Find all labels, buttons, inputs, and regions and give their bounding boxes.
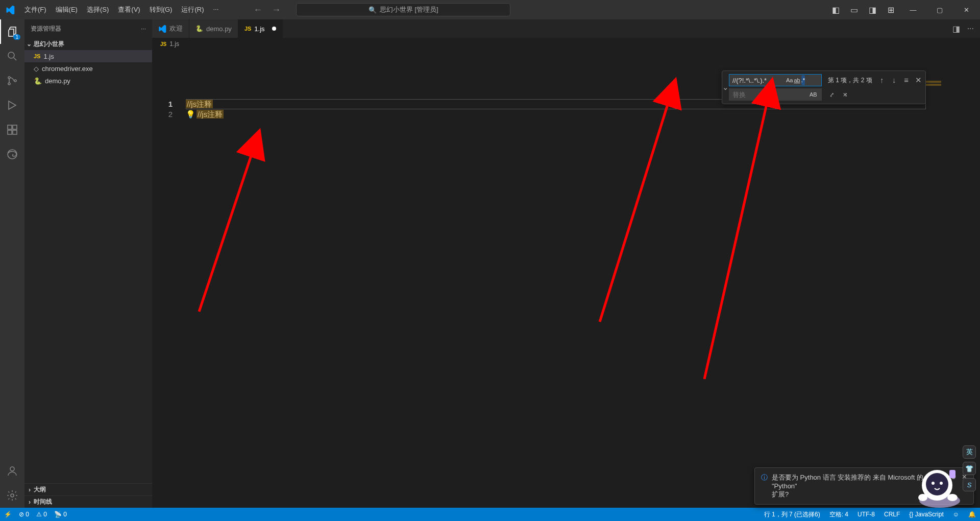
tab-1-js[interactable]: JS 1.js — [238, 19, 283, 38]
sidebar-title: 资源管理器 — [31, 25, 61, 33]
replace-all-button[interactable]: ⤨ — [839, 89, 850, 100]
layout-secondary-icon[interactable]: ◨ — [865, 3, 880, 17]
line-gutter: 1 2 — [152, 99, 183, 120]
remote-indicator[interactable]: ⚡ — [4, 511, 12, 518]
svg-point-9 — [10, 467, 14, 471]
file-label: demo.py — [45, 77, 70, 85]
menu-more[interactable]: ··· — [209, 2, 223, 17]
split-editor-icon[interactable]: ◨ — [952, 24, 960, 34]
svg-point-10 — [11, 494, 14, 497]
menu-select[interactable]: 选择(S) — [83, 2, 113, 17]
edge-icon[interactable] — [0, 142, 24, 167]
tab-bar: 欢迎 🐍 demo.py JS 1.js ◨ ··· — [152, 19, 980, 38]
breadcrumb[interactable]: JS 1.js — [152, 38, 980, 50]
editor-actions: ◨ ··· — [946, 19, 980, 38]
svg-point-2 — [8, 83, 10, 85]
nav-back-icon[interactable]: ← — [253, 5, 262, 15]
svg-point-13 — [926, 473, 948, 495]
astronaut-icon — [912, 461, 968, 512]
info-icon: ⓘ — [761, 473, 768, 482]
menu-file[interactable]: 文件(F) — [20, 2, 51, 17]
svg-rect-7 — [13, 125, 17, 129]
search-icon: 🔍 — [369, 6, 377, 14]
use-regex-button[interactable]: .* — [801, 75, 805, 85]
tab-welcome[interactable]: 欢迎 — [152, 19, 189, 38]
sidebar-more-icon[interactable]: ··· — [141, 25, 146, 32]
status-eol[interactable]: CRLF — [884, 510, 900, 519]
minimap[interactable] — [926, 81, 972, 101]
search-activity-icon[interactable] — [0, 44, 24, 68]
js-icon: JS — [244, 26, 251, 32]
ime-indicator[interactable]: 英 — [963, 445, 976, 459]
svg-point-1 — [8, 77, 10, 79]
menu-bar: 文件(F) 编辑(E) 选择(S) 查看(V) 转到(G) 运行(R) ··· — [20, 2, 223, 17]
status-warnings[interactable]: ⚠ 0 — [36, 511, 47, 518]
python-icon: 🐍 — [195, 25, 203, 32]
status-encoding[interactable]: UTF-8 — [857, 510, 875, 519]
match-word-button[interactable]: ab — [794, 75, 800, 85]
command-center[interactable]: 🔍 思幻小世界 [管理员] — [296, 3, 510, 16]
tab-demo-py[interactable]: 🐍 demo.py — [189, 19, 238, 38]
svg-point-17 — [918, 494, 927, 501]
lightbulb-icon[interactable]: 💡 — [186, 110, 195, 119]
find-prev-icon[interactable]: ↑ — [876, 76, 888, 85]
sidebar-header: 资源管理器 ··· — [24, 19, 152, 38]
timeline-section[interactable]: 时间线 — [24, 495, 152, 508]
replace-input[interactable] — [729, 88, 822, 101]
file-label: chromedriver.exe — [42, 65, 93, 73]
find-input[interactable] — [729, 74, 822, 86]
replace-one-button[interactable]: ⤤ — [826, 89, 837, 100]
status-indent[interactable]: 空格: 4 — [829, 510, 848, 519]
py-file-icon: 🐍 — [34, 77, 42, 85]
preserve-case-button[interactable]: AB — [810, 89, 817, 100]
explorer-icon[interactable]: 1 — [0, 19, 24, 44]
nav-forward-icon[interactable]: → — [272, 5, 281, 15]
assistant-avatar[interactable]: 英 👕 S — [912, 445, 978, 512]
svg-point-16 — [947, 494, 958, 501]
window-maximize-button[interactable]: ▢ — [928, 0, 951, 19]
match-case-button[interactable]: Aa — [786, 75, 793, 85]
more-editor-icon[interactable]: ··· — [967, 24, 974, 33]
status-cursor[interactable]: 行 1，列 7 (已选择6) — [764, 510, 820, 519]
find-toggle-replace[interactable]: ⌄ — [722, 73, 729, 102]
file-label: 1.js — [43, 53, 54, 60]
layout-customize-icon[interactable]: ⊞ — [883, 3, 898, 17]
file-chromedriver[interactable]: ◇ chromedriver.exe — [24, 62, 152, 75]
file-1-js[interactable]: JS 1.js — [24, 50, 152, 62]
activity-bar: 1 — [0, 19, 24, 508]
breadcrumb-file: 1.js — [169, 40, 179, 48]
svg-point-15 — [940, 482, 943, 485]
file-demo-py[interactable]: 🐍 demo.py — [24, 75, 152, 87]
dirty-indicator-icon — [272, 27, 276, 31]
menu-goto[interactable]: 转到(G) — [145, 2, 177, 17]
status-ports[interactable]: 📡 0 — [54, 511, 67, 518]
layout-primary-icon[interactable]: ◧ — [828, 3, 843, 17]
find-close-icon[interactable]: ✕ — [913, 76, 924, 85]
breadcrumb-js-icon: JS — [160, 41, 166, 47]
account-icon[interactable] — [0, 459, 24, 483]
settings-gear-icon[interactable] — [0, 483, 24, 508]
source-control-icon[interactable] — [0, 68, 24, 93]
layout-panel-icon[interactable]: ▭ — [846, 3, 862, 17]
status-errors[interactable]: ⊘ 0 — [19, 511, 29, 518]
find-next-icon[interactable]: ↓ — [889, 76, 900, 85]
extensions-icon[interactable] — [0, 117, 24, 142]
tab-label: 欢迎 — [169, 24, 183, 33]
find-result-count: 第 1 项，共 2 项 — [826, 76, 874, 85]
status-bar: ⚡ ⊘ 0 ⚠ 0 📡 0 行 1，列 7 (已选择6) 空格: 4 UTF-8… — [0, 508, 980, 521]
menu-view[interactable]: 查看(V) — [114, 2, 144, 17]
exe-file-icon: ◇ — [34, 65, 39, 73]
code-text: //js注释 — [197, 110, 224, 119]
run-debug-icon[interactable] — [0, 93, 24, 117]
window-minimize-button[interactable]: — — [901, 0, 925, 19]
editor-area: 欢迎 🐍 demo.py JS 1.js ◨ ··· JS 1.js 1 2 /… — [152, 19, 980, 508]
code-text: //js注释 — [186, 100, 213, 108]
find-selection-icon[interactable]: ≡ — [901, 76, 912, 85]
menu-edit[interactable]: 编辑(E) — [52, 2, 82, 17]
outline-section[interactable]: 大纲 — [24, 483, 152, 495]
svg-rect-18 — [949, 470, 955, 478]
window-close-button[interactable]: ✕ — [954, 0, 978, 19]
menu-run[interactable]: 运行(R) — [177, 2, 208, 17]
code-editor[interactable]: 1 2 //js注释 💡//js注释 ⌄ Aa ab .* — [152, 50, 980, 508]
project-root[interactable]: 思幻小世界 — [24, 38, 152, 50]
